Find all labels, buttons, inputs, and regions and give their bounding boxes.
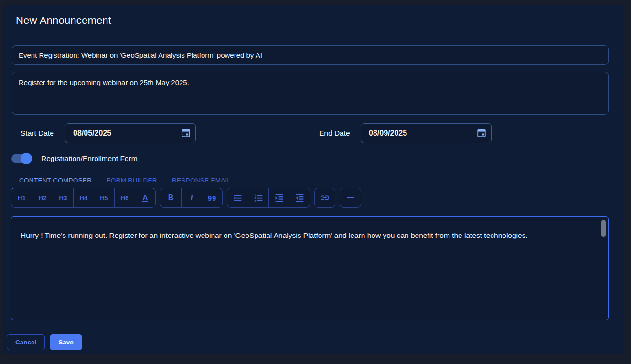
date-row: Start Date End Date (3, 123, 624, 143)
announcement-title-input[interactable] (12, 45, 609, 65)
insert-link-button[interactable] (315, 188, 335, 207)
registration-toggle-label: Registration/Enrollment Form (41, 154, 138, 163)
italic-icon: I (190, 193, 193, 203)
end-date-label: End Date (319, 123, 350, 143)
text-underline-button[interactable]: A (135, 188, 155, 207)
composer-tabs: CONTENT COMPOSER FORM BUILDER RESPONSE E… (12, 173, 238, 190)
heading2-button[interactable]: H2 (32, 188, 53, 207)
start-date-field[interactable] (65, 123, 196, 143)
indent-decrease-button[interactable] (289, 188, 310, 207)
numbered-list-icon (254, 193, 264, 203)
tab-form-builder[interactable]: FORM BUILDER (99, 173, 165, 190)
page-title: New Announcement (16, 14, 111, 27)
start-date-label: Start Date (21, 123, 54, 143)
italic-button[interactable]: I (181, 188, 202, 207)
editor-scrollbar-thumb[interactable] (601, 220, 606, 237)
list-button-group (227, 188, 310, 208)
heading3-button[interactable]: H3 (53, 188, 73, 207)
end-date-input[interactable] (361, 129, 472, 138)
calendar-icon (181, 128, 191, 139)
blockquote-button[interactable]: 99 (202, 188, 222, 207)
tab-content-composer[interactable]: CONTENT COMPOSER (12, 173, 99, 190)
horizontal-rule-button-group (340, 188, 361, 208)
calendar-icon (476, 128, 487, 139)
numbered-list-button[interactable] (248, 188, 268, 207)
heading4-button[interactable]: H4 (73, 188, 94, 207)
heading6-button[interactable]: H6 (114, 188, 135, 207)
registration-toggle-row: Registration/Enrollment Form (11, 153, 138, 164)
bullet-list-icon (233, 193, 243, 203)
form-actions: Cancel Save (7, 334, 82, 350)
new-announcement-panel: New Announcement Register for the upcomi… (3, 5, 624, 354)
heading1-button[interactable]: H1 (11, 188, 32, 207)
cancel-button[interactable]: Cancel (7, 334, 45, 350)
bold-icon: B (168, 193, 174, 202)
end-date-field[interactable] (361, 123, 492, 143)
start-date-input[interactable] (65, 129, 176, 138)
save-button[interactable]: Save (50, 334, 82, 350)
indent-increase-button[interactable] (268, 188, 289, 207)
heading-button-group: H1 H2 H3 H4 H5 H6 A (11, 188, 156, 208)
heading5-button[interactable]: H5 (94, 188, 114, 207)
horizontal-rule-icon (347, 197, 354, 198)
link-icon (320, 193, 330, 203)
blockquote-icon: 99 (208, 194, 217, 202)
indent-increase-icon (274, 193, 284, 203)
start-date-calendar-button[interactable] (176, 124, 195, 143)
link-button-group (314, 188, 335, 208)
text-style-button-group: B I 99 (160, 188, 223, 208)
content-editor-container: Hurry ! Time's running out. Register for… (11, 216, 609, 320)
content-editor[interactable]: Hurry ! Time's running out. Register for… (11, 217, 608, 320)
registration-form-toggle[interactable] (11, 154, 32, 163)
underline-a-icon: A (142, 193, 149, 202)
tab-response-email[interactable]: RESPONSE EMAIL (165, 173, 239, 190)
announcement-description-input[interactable]: Register for the upcoming webinar on 25t… (12, 72, 609, 115)
indent-decrease-icon (295, 193, 305, 203)
horizontal-rule-button[interactable] (340, 188, 361, 207)
end-date-calendar-button[interactable] (472, 124, 491, 143)
editor-toolbar: H1 H2 H3 H4 H5 H6 A B I 99 (11, 188, 361, 208)
bullet-list-button[interactable] (227, 188, 248, 207)
toggle-thumb (21, 153, 32, 164)
bold-button[interactable]: B (160, 188, 181, 207)
